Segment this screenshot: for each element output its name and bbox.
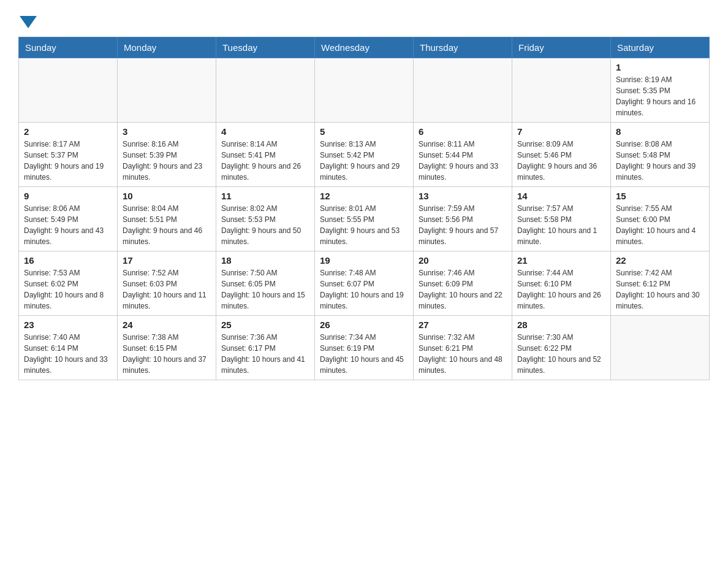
day-info: Sunrise: 8:17 AM Sunset: 5:37 PM Dayligh…	[24, 139, 112, 183]
calendar-cell: 5Sunrise: 8:13 AM Sunset: 5:42 PM Daylig…	[315, 123, 414, 187]
calendar-cell: 16Sunrise: 7:53 AM Sunset: 6:02 PM Dayli…	[19, 251, 118, 316]
calendar-cell: 2Sunrise: 8:17 AM Sunset: 5:37 PM Daylig…	[19, 123, 118, 187]
day-number: 26	[320, 320, 408, 330]
day-number: 2	[24, 126, 112, 137]
day-info: Sunrise: 7:46 AM Sunset: 6:09 PM Dayligh…	[419, 267, 507, 312]
day-info: Sunrise: 8:13 AM Sunset: 5:42 PM Dayligh…	[320, 139, 408, 183]
day-info: Sunrise: 7:44 AM Sunset: 6:10 PM Dayligh…	[517, 267, 605, 312]
calendar-cell: 26Sunrise: 7:34 AM Sunset: 6:19 PM Dayli…	[315, 316, 414, 380]
calendar-cell: 7Sunrise: 8:09 AM Sunset: 5:46 PM Daylig…	[512, 123, 611, 187]
day-info: Sunrise: 8:08 AM Sunset: 5:48 PM Dayligh…	[616, 139, 704, 183]
calendar-cell: 22Sunrise: 7:42 AM Sunset: 6:12 PM Dayli…	[611, 251, 710, 316]
column-header-saturday: Saturday	[611, 37, 710, 58]
week-row-2: 2Sunrise: 8:17 AM Sunset: 5:37 PM Daylig…	[19, 123, 710, 187]
calendar-cell: 23Sunrise: 7:40 AM Sunset: 6:14 PM Dayli…	[19, 316, 118, 380]
day-number: 28	[517, 320, 605, 330]
calendar-cell: 14Sunrise: 7:57 AM Sunset: 5:58 PM Dayli…	[512, 187, 611, 251]
calendar-cell: 10Sunrise: 8:04 AM Sunset: 5:51 PM Dayli…	[118, 187, 216, 251]
day-info: Sunrise: 8:04 AM Sunset: 5:51 PM Dayligh…	[123, 203, 211, 247]
day-number: 8	[616, 126, 704, 137]
day-info: Sunrise: 7:38 AM Sunset: 6:15 PM Dayligh…	[123, 332, 211, 376]
calendar-cell: 9Sunrise: 8:06 AM Sunset: 5:49 PM Daylig…	[19, 187, 118, 251]
calendar-header-row: SundayMondayTuesdayWednesdayThursdayFrid…	[19, 37, 710, 58]
calendar-cell: 1Sunrise: 8:19 AM Sunset: 5:35 PM Daylig…	[611, 58, 710, 123]
day-info: Sunrise: 7:52 AM Sunset: 6:03 PM Dayligh…	[123, 267, 211, 312]
day-number: 4	[221, 126, 309, 137]
day-number: 24	[123, 320, 211, 330]
calendar-cell: 8Sunrise: 8:08 AM Sunset: 5:48 PM Daylig…	[611, 123, 710, 187]
week-row-3: 9Sunrise: 8:06 AM Sunset: 5:49 PM Daylig…	[19, 187, 710, 251]
calendar-cell: 21Sunrise: 7:44 AM Sunset: 6:10 PM Dayli…	[512, 251, 611, 316]
day-info: Sunrise: 8:11 AM Sunset: 5:44 PM Dayligh…	[419, 139, 507, 183]
day-number: 21	[517, 255, 605, 266]
day-info: Sunrise: 8:16 AM Sunset: 5:39 PM Dayligh…	[123, 139, 211, 183]
calendar-cell	[414, 58, 512, 123]
week-row-5: 23Sunrise: 7:40 AM Sunset: 6:14 PM Dayli…	[19, 316, 710, 380]
week-row-1: 1Sunrise: 8:19 AM Sunset: 5:35 PM Daylig…	[19, 58, 710, 123]
calendar-cell: 19Sunrise: 7:48 AM Sunset: 6:07 PM Dayli…	[315, 251, 414, 316]
day-number: 11	[221, 191, 309, 201]
day-number: 19	[320, 255, 408, 266]
day-info: Sunrise: 7:59 AM Sunset: 5:56 PM Dayligh…	[419, 203, 507, 247]
column-header-tuesday: Tuesday	[216, 37, 315, 58]
calendar-table: SundayMondayTuesdayWednesdayThursdayFrid…	[18, 37, 710, 380]
week-row-4: 16Sunrise: 7:53 AM Sunset: 6:02 PM Dayli…	[19, 251, 710, 316]
calendar-cell: 4Sunrise: 8:14 AM Sunset: 5:41 PM Daylig…	[216, 123, 315, 187]
calendar-cell: 24Sunrise: 7:38 AM Sunset: 6:15 PM Dayli…	[118, 316, 216, 380]
day-number: 3	[123, 126, 211, 137]
day-info: Sunrise: 8:02 AM Sunset: 5:53 PM Dayligh…	[221, 203, 309, 247]
day-info: Sunrise: 8:14 AM Sunset: 5:41 PM Dayligh…	[221, 139, 309, 183]
column-header-wednesday: Wednesday	[315, 37, 414, 58]
page-header	[18, 12, 710, 27]
day-info: Sunrise: 7:55 AM Sunset: 6:00 PM Dayligh…	[616, 203, 704, 247]
calendar-cell: 27Sunrise: 7:32 AM Sunset: 6:21 PM Dayli…	[414, 316, 512, 380]
day-info: Sunrise: 7:53 AM Sunset: 6:02 PM Dayligh…	[24, 267, 112, 312]
day-info: Sunrise: 7:36 AM Sunset: 6:17 PM Dayligh…	[221, 332, 309, 376]
day-info: Sunrise: 7:50 AM Sunset: 6:05 PM Dayligh…	[221, 267, 309, 312]
calendar-cell: 20Sunrise: 7:46 AM Sunset: 6:09 PM Dayli…	[414, 251, 512, 316]
logo-arrow-icon	[20, 16, 37, 28]
day-number: 18	[221, 255, 309, 266]
day-info: Sunrise: 8:01 AM Sunset: 5:55 PM Dayligh…	[320, 203, 408, 247]
calendar-cell	[216, 58, 315, 123]
day-info: Sunrise: 7:34 AM Sunset: 6:19 PM Dayligh…	[320, 332, 408, 376]
day-number: 12	[320, 191, 408, 201]
calendar-cell	[118, 58, 216, 123]
day-number: 1	[616, 62, 704, 72]
day-info: Sunrise: 7:40 AM Sunset: 6:14 PM Dayligh…	[24, 332, 112, 376]
day-info: Sunrise: 8:09 AM Sunset: 5:46 PM Dayligh…	[517, 139, 605, 183]
day-number: 15	[616, 191, 704, 201]
day-number: 9	[24, 191, 112, 201]
logo	[18, 12, 37, 27]
day-number: 16	[24, 255, 112, 266]
day-info: Sunrise: 7:42 AM Sunset: 6:12 PM Dayligh…	[616, 267, 704, 312]
day-number: 7	[517, 126, 605, 137]
calendar-cell: 11Sunrise: 8:02 AM Sunset: 5:53 PM Dayli…	[216, 187, 315, 251]
day-number: 5	[320, 126, 408, 137]
day-info: Sunrise: 8:19 AM Sunset: 5:35 PM Dayligh…	[616, 74, 704, 118]
calendar-cell: 12Sunrise: 8:01 AM Sunset: 5:55 PM Dayli…	[315, 187, 414, 251]
day-number: 10	[123, 191, 211, 201]
calendar-cell	[315, 58, 414, 123]
calendar-cell: 6Sunrise: 8:11 AM Sunset: 5:44 PM Daylig…	[414, 123, 512, 187]
day-info: Sunrise: 7:48 AM Sunset: 6:07 PM Dayligh…	[320, 267, 408, 312]
calendar-cell: 3Sunrise: 8:16 AM Sunset: 5:39 PM Daylig…	[118, 123, 216, 187]
calendar-cell	[611, 316, 710, 380]
day-info: Sunrise: 7:32 AM Sunset: 6:21 PM Dayligh…	[419, 332, 507, 376]
column-header-monday: Monday	[118, 37, 216, 58]
day-info: Sunrise: 8:06 AM Sunset: 5:49 PM Dayligh…	[24, 203, 112, 247]
day-number: 22	[616, 255, 704, 266]
column-header-friday: Friday	[512, 37, 611, 58]
day-info: Sunrise: 7:30 AM Sunset: 6:22 PM Dayligh…	[517, 332, 605, 376]
day-info: Sunrise: 7:57 AM Sunset: 5:58 PM Dayligh…	[517, 203, 605, 247]
column-header-thursday: Thursday	[414, 37, 512, 58]
day-number: 25	[221, 320, 309, 330]
column-header-sunday: Sunday	[19, 37, 118, 58]
day-number: 6	[419, 126, 507, 137]
calendar-cell: 13Sunrise: 7:59 AM Sunset: 5:56 PM Dayli…	[414, 187, 512, 251]
day-number: 13	[419, 191, 507, 201]
day-number: 20	[419, 255, 507, 266]
day-number: 27	[419, 320, 507, 330]
calendar-cell: 18Sunrise: 7:50 AM Sunset: 6:05 PM Dayli…	[216, 251, 315, 316]
calendar-cell: 17Sunrise: 7:52 AM Sunset: 6:03 PM Dayli…	[118, 251, 216, 316]
